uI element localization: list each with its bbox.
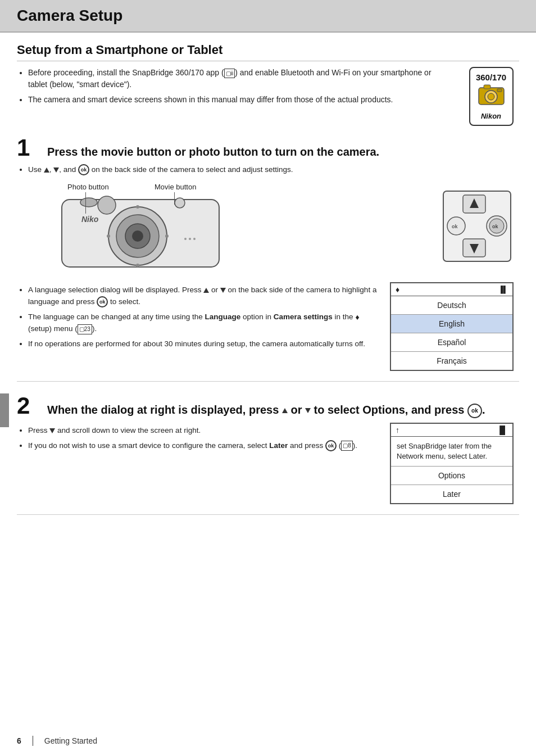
lang-item-deutsch[interactable]: Deutsch [391, 296, 512, 315]
step-1-header: 1 Press the movie button or photo button… [17, 136, 519, 160]
ok-btn-icon: ok [97, 296, 108, 307]
lang-item-francais[interactable]: Français [391, 352, 512, 370]
camera-icon [476, 82, 507, 112]
nikon-brand-label: Nikon [481, 112, 501, 120]
intro-bullet-1: Before proceeding, install the SnapBridg… [28, 67, 452, 90]
options-box-battery: ▐▌ [497, 425, 508, 434]
ok-icon: ok [78, 164, 89, 175]
movie-label-line [174, 192, 175, 205]
footer-page-number: 6 [17, 736, 21, 745]
lang-box-header: ♦ ▐▌ [391, 283, 512, 296]
down-tri-3-icon [49, 428, 55, 433]
svg-text:ok: ok [492, 224, 498, 229]
book-ref-2: ▢23 [78, 324, 92, 334]
intro-bullets: Before proceeding, install the SnapBridg… [17, 67, 452, 106]
svg-text:Niko: Niko [81, 215, 99, 224]
setup-icon: ♦ [355, 311, 359, 324]
book-ref-3: ▢8 [341, 441, 353, 451]
svg-point-12 [175, 198, 185, 208]
step-2-bullet-1: Press and scroll down to view the screen… [28, 425, 380, 437]
footer-divider [33, 736, 33, 746]
up-tri-2-icon [282, 408, 288, 413]
svg-rect-3 [484, 85, 490, 89]
lang-box-battery: ▐▌ [498, 286, 508, 293]
step-1-bullets: A language selection dialog will be disp… [17, 284, 380, 350]
options-box-arrow: ↑ [396, 425, 399, 434]
svg-point-2 [488, 93, 494, 100]
book-ref-1: ▢ii [224, 69, 235, 78]
options-description: set SnapBridge later from the Network me… [391, 437, 512, 467]
step-2-left: Press and scroll down to view the screen… [17, 423, 380, 504]
ok-btn-2-icon: ok [325, 440, 337, 451]
step-1-bullet-1: A language selection dialog will be disp… [28, 284, 380, 308]
down-tri-icon [220, 288, 226, 293]
lang-option-bold: Language [205, 313, 240, 321]
step-1-left: A language selection dialog will be disp… [17, 282, 380, 371]
svg-point-13 [98, 196, 116, 214]
intro-bullet-2: The camera and smart device screens show… [28, 94, 452, 106]
side-tab [0, 393, 9, 427]
step-1-bullet-3: If no operations are performed for about… [28, 338, 380, 350]
page-footer: 6 Getting Started [17, 736, 97, 746]
nikon-badge: 360/170 Nikon [463, 67, 519, 126]
page-header: Camera Setup [0, 0, 536, 33]
intro-text: Before proceeding, install the SnapBridg… [17, 67, 463, 109]
down-arrow-icon [53, 168, 59, 173]
step-2-number: 2 [17, 394, 39, 418]
photo-button-label: Photo button [67, 183, 109, 191]
step-2-right: ↑ ▐▌ set SnapBridge later from the Netwo… [390, 423, 519, 504]
step-2-content: Press and scroll down to view the screen… [17, 423, 519, 504]
step-2-bullets: Press and scroll down to view the screen… [17, 425, 380, 452]
camera-settings-bold: Camera settings [274, 313, 333, 321]
options-item-later[interactable]: Later [391, 485, 512, 503]
later-bold: Later [269, 441, 288, 450]
svg-point-16 [136, 264, 139, 267]
lang-item-english[interactable]: English [391, 315, 512, 333]
intro-area: Before proceeding, install the SnapBridg… [17, 67, 519, 126]
up-arrow-icon [44, 168, 49, 173]
step-1-block: 1 Press the movie button or photo button… [17, 136, 519, 382]
svg-point-20 [193, 238, 196, 240]
options-box-header: ↑ ▐▌ [391, 424, 512, 437]
ok-large-icon: ok [467, 404, 482, 418]
options-item-options[interactable]: Options [391, 467, 512, 485]
language-selection-box: ♦ ▐▌ Deutsch English Español Français [390, 282, 514, 371]
svg-point-15 [165, 234, 169, 238]
step-1-content: A language selection dialog will be disp… [17, 282, 519, 371]
svg-point-14 [136, 205, 139, 209]
svg-text:ok: ok [452, 224, 458, 229]
svg-point-18 [184, 238, 187, 240]
footer-section-label: Getting Started [44, 736, 97, 745]
step-1-sub-bullets: Use , , and ok on the back side of the c… [17, 164, 519, 176]
step-1-right: ♦ ▐▌ Deutsch English Español Français [390, 282, 519, 371]
svg-rect-4 [497, 89, 502, 92]
page-title: Camera Setup [17, 7, 519, 25]
svg-point-17 [107, 234, 110, 238]
svg-point-11 [80, 198, 97, 207]
step-1-title: Press the movie button or photo button t… [47, 144, 379, 159]
photo-label-line [85, 192, 86, 214]
diagram-area: Photo button Movie button Niko [51, 183, 519, 274]
movie-button-label: Movie button [155, 183, 196, 191]
lang-item-espanol[interactable]: Español [391, 333, 512, 352]
up-tri-icon [203, 288, 209, 293]
main-content: Setup from a Smartphone or Tablet Before… [0, 33, 536, 538]
step-1-number: 1 [17, 136, 39, 160]
control-pad-diagram: ok ok [440, 188, 514, 266]
lang-box-setup-icon: ♦ [396, 285, 399, 294]
step-2-bullet-2: If you do not wish to use a smart device… [28, 440, 380, 452]
down-tri-2-icon [305, 408, 311, 413]
step-1-sub-bullet: Use , , and ok on the back side of the c… [28, 164, 519, 176]
nikon-badge-number: 360/170 [476, 73, 506, 82]
step-1-bullet-2: The language can be changed at any time … [28, 311, 380, 336]
step-2-title: When the dialog at right is displayed, p… [47, 402, 485, 418]
nikon-badge-box: 360/170 Nikon [469, 67, 514, 126]
svg-point-19 [189, 238, 191, 240]
step-2-block: 2 When the dialog at right is displayed,… [17, 394, 519, 515]
options-dialog-box: ↑ ▐▌ set SnapBridge later from the Netwo… [390, 423, 514, 504]
section-heading: Setup from a Smartphone or Tablet [17, 43, 519, 61]
step-2-header: 2 When the dialog at right is displayed,… [17, 394, 519, 418]
svg-point-9 [132, 230, 143, 242]
options-bold: Options [362, 404, 405, 416]
